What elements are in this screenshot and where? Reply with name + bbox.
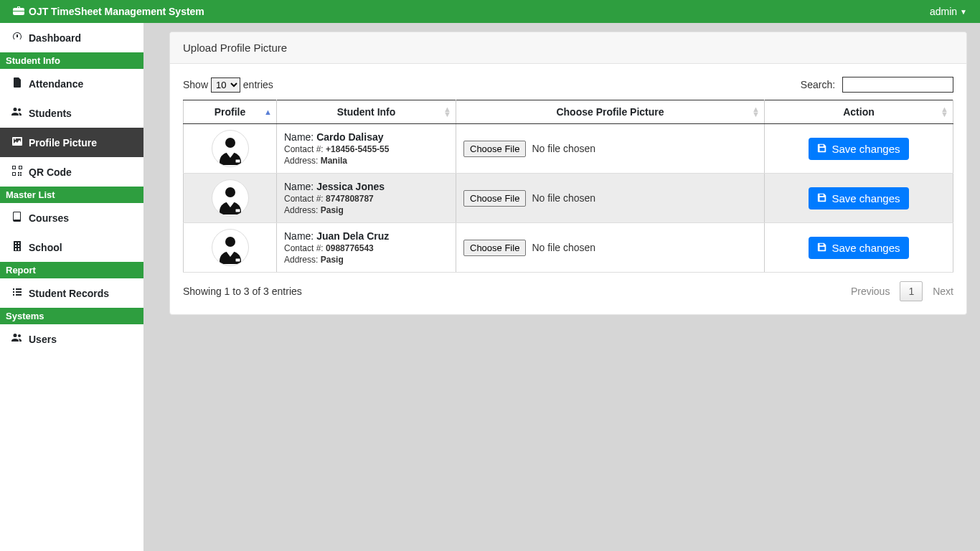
sidebar-item-students[interactable]: Students — [0, 98, 143, 128]
file-status: No file chosen — [532, 143, 595, 154]
brand[interactable]: OJT TimeSheet Management System — [13, 5, 204, 19]
sidebar-item-student-records[interactable]: Student Records — [0, 278, 143, 308]
main-content: Upload Profile Picture Show 10 entries S… — [143, 23, 980, 551]
sidebar-item-users[interactable]: Users — [0, 324, 143, 354]
col-header-student-info[interactable]: Student Info ▲▼ — [277, 100, 456, 124]
save-changes-button[interactable]: Save changes — [809, 237, 908, 259]
caret-down-icon: ▼ — [960, 8, 967, 16]
image-icon — [11, 136, 23, 149]
briefcase-icon — [13, 5, 24, 19]
table-row: Name: Juan Dela CruzContact #: 098877654… — [184, 223, 953, 273]
student-contact: +18456-5455-55 — [326, 144, 389, 154]
sidebar-item-label: Dashboard — [29, 32, 81, 44]
length-select[interactable]: 10 — [211, 77, 240, 93]
student-contact: 0988776543 — [326, 243, 374, 253]
sidebar-item-label: Profile Picture — [29, 137, 97, 149]
search-input[interactable] — [842, 77, 953, 93]
sidebar-item-label: Courses — [29, 212, 69, 224]
col-header-choose[interactable]: Choose Profile Picture ▲▼ — [456, 100, 765, 124]
avatar — [212, 229, 249, 266]
sidebar-item-label: QR Code — [29, 166, 72, 178]
datatable-length: Show 10 entries — [183, 77, 273, 93]
panel-title: Upload Profile Picture — [170, 32, 966, 64]
sort-icon: ▲▼ — [443, 107, 451, 117]
save-label: Save changes — [831, 242, 900, 254]
save-icon — [817, 192, 827, 204]
length-show-label: Show — [183, 79, 208, 90]
save-icon — [817, 242, 827, 254]
data-table: Profile ▲ Student Info ▲▼ Choose Profile… — [183, 100, 953, 273]
contact-label: Contact #: — [284, 194, 324, 204]
col-header-profile[interactable]: Profile ▲ — [184, 100, 277, 124]
sidebar-item-dashboard[interactable]: Dashboard — [0, 23, 143, 52]
sort-icon: ▲▼ — [941, 107, 948, 117]
student-name: Jessica Jones — [316, 181, 385, 192]
choose-file-button[interactable]: Choose File — [463, 141, 526, 157]
search-label: Search: — [801, 79, 835, 90]
sidebar-header-student-info: Student Info — [0, 52, 143, 69]
clipboard-icon — [11, 77, 23, 90]
building-icon — [11, 240, 23, 254]
top-bar: OJT TimeSheet Management System admin ▼ — [0, 0, 980, 23]
student-contact: 8747808787 — [326, 194, 374, 204]
sidebar-item-label: School — [29, 242, 62, 253]
student-address: Pasig — [321, 205, 344, 215]
address-label: Address: — [284, 255, 318, 265]
list-icon — [11, 286, 23, 300]
dashboard-icon — [11, 31, 23, 44]
book-icon — [11, 211, 23, 225]
file-status: No file chosen — [532, 192, 595, 204]
student-address: Manila — [321, 156, 347, 166]
save-label: Save changes — [831, 143, 900, 155]
sidebar-item-courses[interactable]: Courses — [0, 203, 143, 232]
page-number[interactable]: 1 — [900, 281, 923, 301]
avatar — [212, 179, 249, 217]
sidebar-item-label: Students — [29, 108, 72, 119]
sort-asc-icon: ▲ — [264, 108, 272, 116]
datatable-filter: Search: — [801, 77, 953, 93]
sidebar-item-attendance[interactable]: Attendance — [0, 69, 143, 98]
file-status: No file chosen — [532, 242, 595, 253]
contact-label: Contact #: — [284, 144, 324, 154]
save-changes-button[interactable]: Save changes — [809, 187, 908, 209]
address-label: Address: — [284, 156, 318, 166]
contact-label: Contact #: — [284, 243, 324, 253]
panel: Upload Profile Picture Show 10 entries S… — [169, 32, 967, 315]
avatar — [212, 130, 249, 167]
student-address: Pasig — [321, 255, 344, 265]
name-label: Name: — [284, 230, 314, 242]
table-row: Name: Cardo DalisayContact #: +18456-545… — [184, 124, 953, 174]
sidebar-header-report: Report — [0, 262, 143, 278]
save-icon — [817, 143, 827, 155]
page-next[interactable]: Next — [933, 286, 953, 297]
sidebar-item-label: Student Records — [29, 288, 109, 299]
col-header-action[interactable]: Action ▲▼ — [765, 100, 953, 124]
datatable-info: Showing 1 to 3 of 3 entries — [183, 286, 302, 297]
table-row: Name: Jessica JonesContact #: 8747808787… — [184, 174, 953, 223]
sidebar-header-master-list: Master List — [0, 187, 143, 203]
student-name: Juan Dela Cruz — [316, 230, 389, 242]
sidebar-item-label: Attendance — [29, 78, 83, 90]
save-changes-button[interactable]: Save changes — [809, 138, 908, 160]
name-label: Name: — [284, 181, 314, 192]
sidebar-item-profile-picture[interactable]: Profile Picture — [0, 128, 143, 157]
pagination: Previous 1 Next — [851, 281, 953, 301]
sidebar-item-qr-code[interactable]: QR Code — [0, 157, 143, 187]
sort-icon: ▲▼ — [752, 107, 760, 117]
choose-file-button[interactable]: Choose File — [463, 240, 526, 256]
choose-file-button[interactable]: Choose File — [463, 190, 526, 207]
sidebar-item-school[interactable]: School — [0, 232, 143, 262]
page-previous[interactable]: Previous — [851, 286, 890, 297]
student-name: Cardo Dalisay — [316, 131, 383, 143]
sidebar: Dashboard Student Info Attendance Studen… — [0, 23, 143, 551]
sidebar-item-label: Users — [29, 334, 57, 345]
name-label: Name: — [284, 131, 314, 143]
save-label: Save changes — [831, 192, 900, 204]
brand-title: OJT TimeSheet Management System — [29, 6, 204, 17]
users-icon — [11, 106, 23, 120]
users-icon — [11, 332, 23, 346]
address-label: Address: — [284, 205, 318, 215]
user-menu[interactable]: admin ▼ — [930, 6, 967, 17]
qr-icon — [11, 165, 23, 179]
sidebar-header-systems: Systems — [0, 308, 143, 324]
